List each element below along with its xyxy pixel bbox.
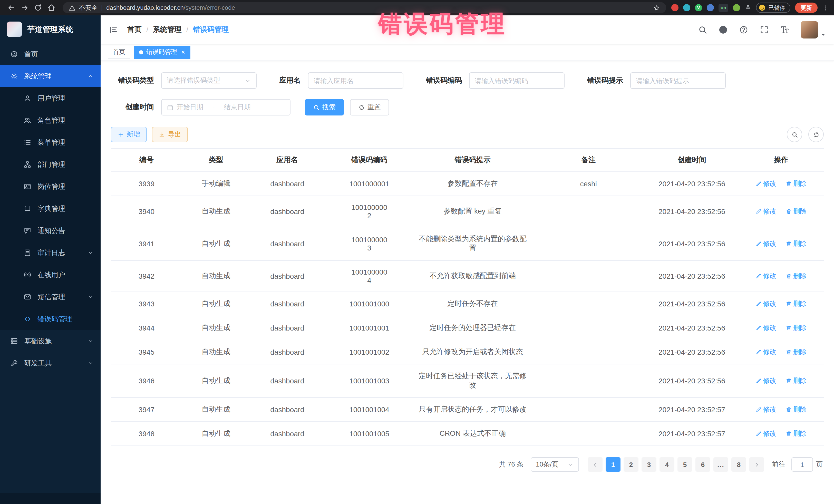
pager-page-6[interactable]: 6 — [696, 457, 710, 472]
pager-page-4[interactable]: 4 — [659, 457, 674, 472]
sidebar-item-dept-management[interactable]: 部门管理 — [0, 153, 101, 176]
refresh-table-button[interactable] — [808, 127, 824, 142]
delete-link[interactable]: 删除 — [786, 323, 807, 333]
update-button[interactable]: 更新 — [795, 3, 817, 13]
error-type-select[interactable]: 请选择错误码类型 — [161, 72, 257, 89]
pager-page-3[interactable]: 3 — [641, 457, 656, 472]
edit-icon — [755, 209, 761, 215]
table-row: 3941 自动生成 dashboard 1001000003 不能删除类型为系统… — [111, 227, 824, 261]
pager-page-8[interactable]: 8 — [731, 457, 746, 472]
sidebar-item-dict-management[interactable]: 字典管理 — [0, 198, 101, 220]
sidebar-item-infrastructure[interactable]: 基础设施 — [0, 330, 101, 352]
delete-link[interactable]: 删除 — [786, 239, 807, 248]
error-code-input[interactable] — [469, 72, 565, 89]
sidebar-item-home[interactable]: 首页 — [0, 43, 101, 65]
delete-link[interactable]: 删除 — [786, 376, 807, 386]
delete-link[interactable]: 删除 — [786, 179, 807, 188]
refresh-icon — [358, 104, 365, 111]
sidebar-item-role-management[interactable]: 角色管理 — [0, 109, 101, 131]
cell-time: 2021-04-20 23:52:56 — [645, 261, 738, 292]
sidebar-item-notice[interactable]: 通知公告 — [0, 220, 101, 242]
tab-close-icon[interactable]: × — [181, 49, 185, 56]
edit-link[interactable]: 修改 — [755, 239, 776, 248]
app-logo[interactable]: 芋道管理系统 — [0, 15, 101, 43]
pager-page-2[interactable]: 2 — [623, 457, 638, 472]
font-size-icon[interactable] — [780, 25, 789, 34]
cell-remark — [531, 261, 645, 292]
hamburger-icon[interactable] — [109, 25, 118, 34]
breadcrumb-system[interactable]: 系统管理 — [153, 25, 182, 34]
export-button[interactable]: 导出 — [152, 127, 188, 142]
pager-more[interactable]: ... — [714, 457, 728, 472]
tab-error-code[interactable]: 错误码管理 × — [134, 45, 190, 59]
extensions-pin-icon[interactable] — [745, 4, 751, 11]
edit-link[interactable]: 修改 — [755, 348, 776, 357]
delete-link[interactable]: 删除 — [786, 207, 807, 216]
sidebar-item-audit-log[interactable]: 审计日志 — [0, 242, 101, 264]
browser-forward-button[interactable] — [19, 2, 31, 14]
app-name-input[interactable] — [308, 72, 403, 89]
edit-link[interactable]: 修改 — [755, 376, 776, 386]
extension-icon-red[interactable] — [671, 4, 679, 11]
pager-page-5[interactable]: 5 — [678, 457, 692, 472]
extension-icon-teal[interactable] — [683, 4, 690, 11]
pager-pages: 123456...8 — [604, 457, 748, 472]
edit-link[interactable]: 修改 — [755, 179, 776, 188]
sidebar-item-online-user[interactable]: 在线用户 — [0, 264, 101, 286]
sidebar-item-user-management[interactable]: 用户管理 — [0, 87, 101, 109]
delete-link[interactable]: 删除 — [786, 348, 807, 357]
profile-chip[interactable]: 已暂停 — [756, 3, 790, 13]
browser-reload-button[interactable] — [32, 2, 44, 14]
goto-page-input[interactable] — [791, 457, 813, 472]
extension-icon-blue[interactable] — [707, 4, 714, 11]
edit-link[interactable]: 修改 — [755, 207, 776, 216]
browser-back-button[interactable] — [5, 2, 18, 14]
extension-icon-leaf[interactable] — [733, 4, 740, 11]
vue-devtools-icon[interactable]: V — [695, 4, 702, 11]
sidebar-item-post-management[interactable]: 岗位管理 — [0, 176, 101, 198]
delete-link[interactable]: 删除 — [786, 405, 807, 414]
sidebar-item-dev-tools[interactable]: 研发工具 — [0, 352, 101, 374]
fullscreen-icon[interactable] — [760, 25, 769, 34]
sidebar-item-menu-management[interactable]: 菜单管理 — [0, 131, 101, 153]
breadcrumb-home[interactable]: 首页 — [127, 25, 142, 34]
error-msg-input[interactable] — [630, 72, 726, 89]
pager-next[interactable] — [749, 457, 764, 472]
cell-actions: 修改 删除 — [738, 316, 824, 340]
delete-link[interactable]: 删除 — [786, 271, 807, 281]
edit-link[interactable]: 修改 — [755, 405, 776, 414]
address-separator: | — [101, 4, 103, 11]
bookmark-star-icon[interactable] — [653, 4, 660, 11]
browser-menu-icon[interactable] — [822, 4, 829, 11]
header-search-icon[interactable] — [698, 25, 707, 34]
sidebar-item-system-management[interactable]: 系统管理 — [0, 65, 101, 87]
pager-prev[interactable] — [588, 457, 602, 472]
tab-home[interactable]: 首页 — [108, 45, 130, 59]
help-icon[interactable] — [739, 25, 748, 34]
sidebar-item-error-code-management[interactable]: 错误码管理 — [0, 308, 101, 330]
delete-link[interactable]: 删除 — [786, 299, 807, 308]
extension-on-badge[interactable]: on — [719, 4, 728, 12]
address-bar[interactable]: 不安全 | dashboard.yudao.iocoder.cn/system/… — [63, 2, 666, 13]
github-icon[interactable] — [719, 25, 728, 34]
edit-link[interactable]: 修改 — [755, 429, 776, 438]
browser-home-button[interactable] — [45, 2, 58, 14]
menu-item-label: 岗位管理 — [38, 182, 65, 191]
cell-app: dashboard — [250, 316, 325, 340]
cell-app: dashboard — [250, 261, 325, 292]
cell-msg: 参数配置不存在 — [414, 172, 531, 196]
page-size-select[interactable]: 10条/页 — [531, 457, 579, 472]
search-button[interactable]: 搜索 — [305, 99, 344, 115]
add-button[interactable]: 新增 — [111, 127, 147, 142]
edit-link[interactable]: 修改 — [755, 323, 776, 333]
reset-button[interactable]: 重置 — [350, 99, 389, 115]
edit-link[interactable]: 修改 — [755, 299, 776, 308]
date-range-picker[interactable]: 开始日期 - 结束日期 — [161, 99, 290, 115]
edit-link[interactable]: 修改 — [755, 271, 776, 281]
delete-link[interactable]: 删除 — [786, 429, 807, 438]
pager-page-1[interactable]: 1 — [606, 457, 620, 472]
sidebar-item-sms-management[interactable]: 短信管理 — [0, 286, 101, 308]
toggle-search-button[interactable] — [787, 127, 802, 142]
url-domain: dashboard.yudao.iocoder.cn — [106, 4, 184, 11]
user-avatar[interactable] — [800, 21, 826, 38]
